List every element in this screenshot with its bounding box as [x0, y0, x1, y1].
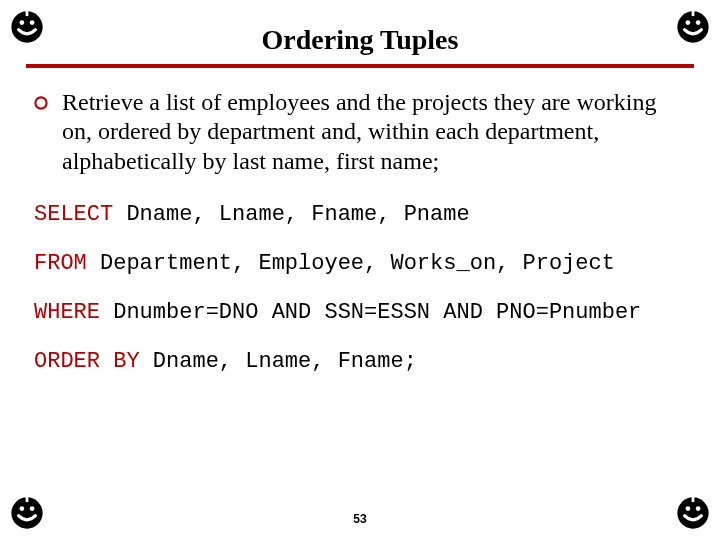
- svg-point-5: [686, 20, 691, 25]
- bullet-item: Retrieve a list of employees and the pro…: [34, 88, 686, 176]
- sql-line-from: FROM Department, Employee, Works_on, Pro…: [34, 251, 686, 276]
- bullet-text: Retrieve a list of employees and the pro…: [62, 88, 686, 176]
- svg-point-13: [686, 506, 691, 511]
- svg-rect-11: [26, 496, 29, 502]
- sql-text: Dname, Lname, Fname, Pname: [113, 202, 469, 227]
- svg-rect-15: [692, 496, 695, 502]
- sql-text: Dname, Lname, Fname;: [140, 349, 417, 374]
- slide-title: Ordering Tuples: [0, 0, 720, 56]
- sql-keyword: SELECT: [34, 202, 113, 227]
- svg-point-16: [35, 97, 46, 108]
- sql-text: Dnumber=DNO AND SSN=ESSN AND PNO=Pnumber: [100, 300, 641, 325]
- sql-keyword: WHERE: [34, 300, 100, 325]
- svg-rect-3: [26, 10, 29, 16]
- slide-content: Retrieve a list of employees and the pro…: [0, 68, 720, 374]
- bullet-icon: [34, 96, 48, 110]
- sql-keyword: FROM: [34, 251, 87, 276]
- svg-point-9: [20, 506, 25, 511]
- sql-line-orderby: ORDER BY Dname, Lname, Fname;: [34, 349, 686, 374]
- svg-point-14: [696, 506, 701, 511]
- corner-icon-top-right: [676, 10, 710, 44]
- sql-keyword: ORDER BY: [34, 349, 140, 374]
- page-number: 53: [0, 512, 720, 526]
- corner-icon-top-left: [10, 10, 44, 44]
- svg-point-1: [20, 20, 25, 25]
- svg-rect-7: [692, 10, 695, 16]
- sql-text: Department, Employee, Works_on, Project: [87, 251, 615, 276]
- sql-line-select: SELECT Dname, Lname, Fname, Pname: [34, 202, 686, 227]
- sql-line-where: WHERE Dnumber=DNO AND SSN=ESSN AND PNO=P…: [34, 300, 686, 325]
- svg-point-10: [30, 506, 35, 511]
- svg-point-2: [30, 20, 35, 25]
- svg-point-6: [696, 20, 701, 25]
